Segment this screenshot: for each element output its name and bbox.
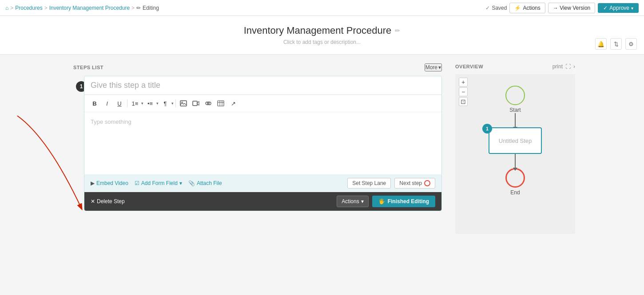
delete-step-button[interactable]: ✕ Delete Step xyxy=(91,198,125,205)
ordered-list-arrow[interactable]: ▾ xyxy=(141,101,143,106)
actions-button[interactable]: ⚡ Actions xyxy=(509,3,545,13)
sort-icon: ⇅ xyxy=(614,41,619,47)
arrow-start-to-step xyxy=(515,113,516,127)
start-node xyxy=(505,86,525,105)
attach-file-link[interactable]: 📎 Attach File xyxy=(188,180,222,186)
toolbar-sep-2 xyxy=(175,99,176,107)
step-actions-label: Actions xyxy=(342,198,359,205)
finished-icon: 🖐 xyxy=(378,198,385,205)
delete-label: Delete Step xyxy=(97,198,125,205)
step-actions-button[interactable]: Actions ▾ xyxy=(337,196,368,207)
finished-editing-button[interactable]: 🖐 Finished Editing xyxy=(372,196,435,207)
step-card-container: 1 B I U 1≡ ▾ •≡ ▾ xyxy=(84,76,442,211)
toolbar-sep-1 xyxy=(127,99,127,107)
external-link-button[interactable]: ↗ xyxy=(227,98,239,109)
breadcrumb-pencil-icon: ✏ xyxy=(136,5,141,11)
sort-icon-btn[interactable]: ⇅ xyxy=(610,38,622,50)
next-step-circle-icon xyxy=(424,180,430,186)
zoom-controls: + − ⊡ xyxy=(459,78,468,106)
step-card: B I U 1≡ ▾ •≡ ▾ ¶ ▾ xyxy=(84,76,442,211)
step-bottom-bar: ▶ Embed Video ☑ Add Form Field ▾ 📎 Attac… xyxy=(84,174,441,192)
embed-video-label: Embed Video xyxy=(96,180,128,186)
end-node-group: End xyxy=(505,168,525,196)
attach-icon: 📎 xyxy=(188,180,195,186)
step-bottom-right: Set Step Lane Next step xyxy=(347,178,435,189)
navbar: ⌂ > Procedures > Inventory Management Pr… xyxy=(0,0,644,16)
approve-label: Approve xyxy=(609,5,629,11)
unordered-list-button[interactable]: •≡ xyxy=(144,98,156,109)
page-title: Inventory Management Procedure xyxy=(244,25,392,36)
delete-icon: ✕ xyxy=(91,198,95,205)
home-icon[interactable]: ⌂ xyxy=(5,5,8,11)
step-node-wrapper[interactable]: 1 Untitled Step xyxy=(489,127,542,154)
zoom-fit-button[interactable]: ⊡ xyxy=(459,97,468,106)
arrow-step-to-end xyxy=(515,154,516,168)
page-subtitle[interactable]: Click to add tags or description... xyxy=(283,39,361,45)
saved-text: Saved xyxy=(492,5,507,11)
add-form-label: Add Form Field xyxy=(141,180,178,186)
step-bottom-left: ▶ Embed Video ☑ Add Form Field ▾ 📎 Attac… xyxy=(91,180,222,186)
italic-button[interactable]: I xyxy=(101,98,113,109)
overview-expand-button[interactable]: ⛶ xyxy=(565,63,571,70)
approve-button[interactable]: ✓ Approve ▾ xyxy=(598,3,639,13)
unordered-list-arrow[interactable]: ▾ xyxy=(156,101,159,106)
embed-video-link[interactable]: ▶ Embed Video xyxy=(91,180,128,186)
bold-button[interactable]: B xyxy=(89,98,100,109)
bell-icon-btn[interactable]: 🔔 xyxy=(595,38,607,50)
zoom-in-button[interactable]: + xyxy=(459,78,468,87)
paragraph-button[interactable]: ¶ xyxy=(159,98,171,109)
overview-label: OVERVIEW xyxy=(455,64,483,69)
action-bar-right: Actions ▾ 🖐 Finished Editing xyxy=(337,196,435,207)
editing-label: Editing xyxy=(143,5,159,11)
sub-header-icons: 🔔 ⇅ ⚙ xyxy=(595,38,637,50)
diagram: Start 1 Untitled Step xyxy=(460,86,571,196)
view-version-button[interactable]: → View Version xyxy=(548,3,596,13)
zoom-out-button[interactable]: − xyxy=(459,87,468,96)
breadcrumb-document[interactable]: Inventory Management Procedure xyxy=(49,5,130,11)
overview-print-button[interactable]: print xyxy=(553,63,563,70)
step-badge: 1 xyxy=(482,124,492,134)
approve-check-icon: ✓ xyxy=(603,5,608,11)
ordered-list-button[interactable]: 1≡ xyxy=(129,98,141,109)
attach-label: Attach File xyxy=(197,180,222,186)
next-step-button[interactable]: Next step xyxy=(394,178,435,189)
breadcrumb-sep-2: > xyxy=(44,5,48,11)
steps-section: STEPS LIST More ▾ 1 B I U 1≡ xyxy=(64,63,451,234)
view-version-arrow-icon: → xyxy=(553,5,558,11)
breadcrumb-procedures[interactable]: Procedures xyxy=(15,5,42,11)
paragraph-arrow[interactable]: ▾ xyxy=(171,101,174,106)
main-content: STEPS LIST More ▾ 1 B I U 1≡ xyxy=(64,55,580,243)
image-button[interactable] xyxy=(178,98,189,109)
page-title-row: Inventory Management Procedure ✏ xyxy=(244,25,401,36)
start-node-group: Start xyxy=(505,86,525,113)
step-action-bar: ✕ Delete Step Actions ▾ 🖐 Finished Editi… xyxy=(84,192,441,211)
breadcrumb-editing: ✏ Editing xyxy=(136,5,159,11)
link-button[interactable] xyxy=(203,98,214,109)
breadcrumb-sep-1: > xyxy=(10,5,13,11)
more-label: More xyxy=(425,64,437,71)
svg-rect-4 xyxy=(218,101,224,106)
table-button[interactable] xyxy=(215,98,227,109)
approve-dropdown-icon: ▾ xyxy=(631,6,633,11)
video-button[interactable] xyxy=(190,98,202,109)
overview-section: OVERVIEW print ⛶ › + − ⊡ Start xyxy=(451,63,580,234)
editor-body[interactable]: Type something xyxy=(84,112,441,174)
editor-placeholder: Type something xyxy=(91,118,131,125)
add-form-field-link[interactable]: ☑ Add Form Field ▾ xyxy=(135,180,182,186)
set-step-lane-button[interactable]: Set Step Lane xyxy=(347,178,391,189)
title-edit-icon[interactable]: ✏ xyxy=(395,27,400,34)
gear-icon-btn[interactable]: ⚙ xyxy=(625,38,637,50)
bell-icon: 🔔 xyxy=(597,41,604,47)
underline-button[interactable]: U xyxy=(114,98,125,109)
breadcrumb: ⌂ > Procedures > Inventory Management Pr… xyxy=(5,5,159,11)
step-node-label: Untitled Step xyxy=(499,138,532,144)
lightning-icon: ⚡ xyxy=(514,5,521,11)
steps-more-button[interactable]: More ▾ xyxy=(425,63,442,71)
steps-list-label: STEPS LIST xyxy=(73,65,103,70)
end-node xyxy=(505,168,525,188)
step-title-input[interactable] xyxy=(84,76,441,95)
finished-label: Finished Editing xyxy=(388,198,429,205)
overview-canvas: + − ⊡ Start 1 Untitled xyxy=(455,74,575,234)
overview-next-button[interactable]: › xyxy=(573,63,575,70)
overview-header: OVERVIEW print ⛶ › xyxy=(455,63,575,70)
